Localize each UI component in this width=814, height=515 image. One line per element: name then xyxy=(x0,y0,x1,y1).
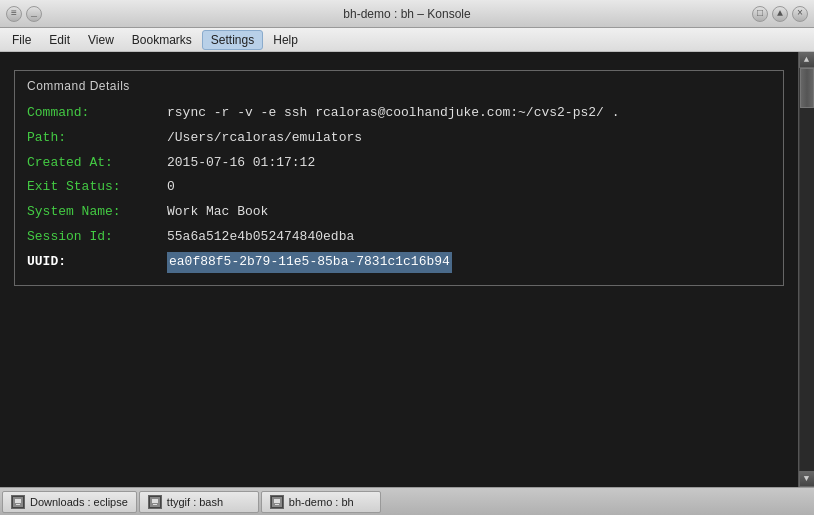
taskbar-icon-bh-demo xyxy=(270,495,284,509)
taskbar-item-ttygif[interactable]: ttygif : bash xyxy=(139,491,259,513)
title-bar-right: □ ▲ × xyxy=(752,6,808,22)
menu-button[interactable]: ≡ xyxy=(6,6,22,22)
menu-edit[interactable]: Edit xyxy=(41,31,78,49)
value-session-id: 55a6a512e4b052474840edba xyxy=(167,227,354,248)
detail-row-command: Command: rsync -r -v -e ssh rcaloras@coo… xyxy=(27,103,771,124)
label-command: Command: xyxy=(27,103,167,124)
restore-button[interactable]: □ xyxy=(752,6,768,22)
taskbar-icon-ttygif xyxy=(148,495,162,509)
detail-row-system-name: System Name: Work Mac Book xyxy=(27,202,771,223)
detail-row-uuid: UUID: ea0f88f5-2b79-11e5-85ba-7831c1c16b… xyxy=(27,252,771,273)
svg-rect-8 xyxy=(275,504,279,505)
svg-rect-2 xyxy=(16,504,20,505)
taskbar: Downloads : eclipse ttygif : bash bh-dem… xyxy=(0,487,814,515)
menu-bookmarks[interactable]: Bookmarks xyxy=(124,31,200,49)
taskbar-item-downloads[interactable]: Downloads : eclipse xyxy=(2,491,137,513)
label-system-name: System Name: xyxy=(27,202,167,223)
menu-view[interactable]: View xyxy=(80,31,122,49)
command-details-box: Command Details Command: rsync -r -v -e … xyxy=(14,70,784,286)
detail-row-session-id: Session Id: 55a6a512e4b052474840edba xyxy=(27,227,771,248)
terminal-content[interactable]: Command Details Command: rsync -r -v -e … xyxy=(0,52,798,487)
detail-row-exit-status: Exit Status: 0 xyxy=(27,177,771,198)
value-exit-status: 0 xyxy=(167,177,175,198)
label-path: Path: xyxy=(27,128,167,149)
value-command: rsync -r -v -e ssh rcaloras@coolhandjuke… xyxy=(167,103,619,124)
svg-rect-4 xyxy=(152,499,158,503)
menu-file[interactable]: File xyxy=(4,31,39,49)
label-exit-status: Exit Status: xyxy=(27,177,167,198)
svg-rect-7 xyxy=(274,499,280,503)
taskbar-label-ttygif: ttygif : bash xyxy=(167,496,223,508)
label-uuid: UUID: xyxy=(27,252,167,273)
taskbar-label-bh-demo: bh-demo : bh xyxy=(289,496,354,508)
menu-help[interactable]: Help xyxy=(265,31,306,49)
taskbar-label-downloads: Downloads : eclipse xyxy=(30,496,128,508)
window-title: bh-demo : bh – Konsole xyxy=(343,7,470,21)
taskbar-item-bh-demo[interactable]: bh-demo : bh xyxy=(261,491,381,513)
value-path: /Users/rcaloras/emulators xyxy=(167,128,362,149)
scrollbar-track[interactable] xyxy=(800,68,814,471)
scroll-down-button[interactable]: ▼ xyxy=(799,471,815,487)
menu-settings[interactable]: Settings xyxy=(202,30,263,50)
label-created-at: Created At: xyxy=(27,153,167,174)
close-button[interactable]: × xyxy=(792,6,808,22)
value-system-name: Work Mac Book xyxy=(167,202,268,223)
svg-rect-1 xyxy=(15,499,21,503)
value-created-at: 2015-07-16 01:17:12 xyxy=(167,153,315,174)
maximize-button[interactable]: ▲ xyxy=(772,6,788,22)
terminal-container: Command Details Command: rsync -r -v -e … xyxy=(0,52,814,487)
value-uuid: ea0f88f5-2b79-11e5-85ba-7831c1c16b94 xyxy=(167,252,452,273)
taskbar-icon-downloads xyxy=(11,495,25,509)
svg-rect-5 xyxy=(153,504,157,505)
scroll-up-button[interactable]: ▲ xyxy=(799,52,815,68)
minimize-button[interactable]: _ xyxy=(26,6,42,22)
title-bar: ≡ _ bh-demo : bh – Konsole □ ▲ × xyxy=(0,0,814,28)
menu-bar: File Edit View Bookmarks Settings Help xyxy=(0,28,814,52)
detail-row-path: Path: /Users/rcaloras/emulators xyxy=(27,128,771,149)
label-session-id: Session Id: xyxy=(27,227,167,248)
detail-row-created-at: Created At: 2015-07-16 01:17:12 xyxy=(27,153,771,174)
box-title: Command Details xyxy=(27,79,771,93)
title-bar-left: ≡ _ xyxy=(6,6,42,22)
scrollbar-thumb[interactable] xyxy=(800,68,814,108)
scrollbar[interactable]: ▲ ▼ xyxy=(798,52,814,487)
